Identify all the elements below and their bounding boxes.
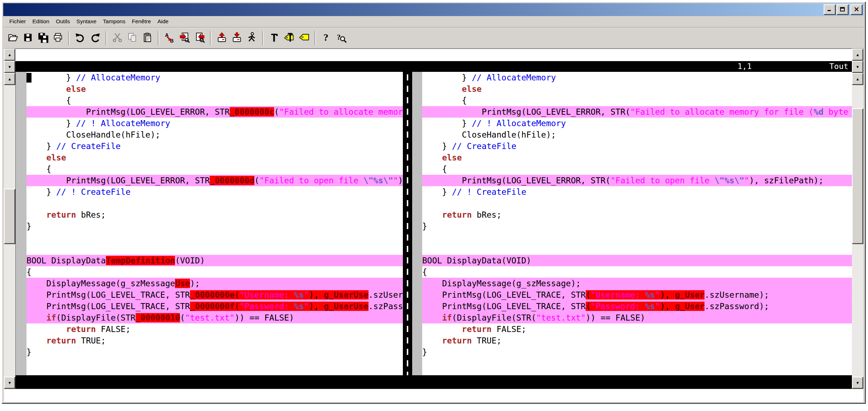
right-scrollbar[interactable]: ▲ ▼ ▲ ▼ (852, 49, 863, 389)
code-segment: "Password: (239, 302, 294, 311)
code-line: } (26, 346, 403, 358)
maximize-button[interactable] (837, 4, 849, 15)
buffer-tabline[interactable]: [1:display.cpp]*[2:_display.cpp]* (15, 49, 852, 61)
window-separator[interactable] (403, 72, 412, 375)
save-session-button[interactable] (229, 31, 244, 46)
titlebar[interactable] (3, 3, 864, 16)
code-segment: if (442, 313, 452, 322)
paste-button[interactable] (140, 31, 155, 46)
printer-icon (53, 32, 63, 44)
scrollbar-thumb[interactable] (4, 189, 15, 244)
code-segment: BOOL DisplayData (26, 256, 106, 265)
find-next-button[interactable] (177, 31, 192, 46)
menu-syntaxe[interactable]: Syntaxe (73, 17, 100, 26)
scroll-down-icon[interactable]: ▼ (852, 377, 863, 389)
print-button[interactable] (50, 31, 65, 46)
jump-to-tag-button[interactable] (297, 31, 312, 46)
code-segment (422, 153, 442, 162)
code-segment: return (46, 210, 76, 219)
redo-button[interactable] (88, 31, 103, 46)
code-segment: else (462, 84, 482, 94)
minimize-button[interactable] (824, 4, 836, 15)
code-segment: .szPassword); (704, 302, 769, 311)
code-line: if(DisplayFile(STR("test.txt")) == FALSE… (422, 312, 852, 323)
menu-outils[interactable]: Outils (53, 17, 73, 26)
code-line: CloseHandle(hFile); (422, 129, 852, 140)
svg-text:?: ? (337, 33, 341, 41)
code-line (26, 198, 403, 209)
scroll-down-icon[interactable]: ▼ (4, 377, 15, 389)
left-scrollbar[interactable]: ▲ ▼ ▲ ▼ (4, 49, 15, 389)
code-line: PrintMsg(LOG_LEVEL_ERROR, STR_0000000d("… (26, 175, 403, 186)
scroll-down-icon[interactable]: ▼ (4, 61, 15, 73)
code-segment: else (46, 153, 66, 162)
find-previous-button[interactable] (192, 31, 207, 46)
build-tags-button[interactable] (282, 31, 297, 46)
right-code-pane[interactable]: } // AllocateMemory else { PrintMsg(LOG_… (422, 72, 852, 375)
code-segment: BOOL DisplayData(VOID) (422, 256, 531, 265)
code-segment: { (422, 96, 467, 105)
scrollbar-track[interactable] (852, 85, 863, 377)
scrollbar-thumb[interactable] (852, 108, 863, 244)
undo-button[interactable] (73, 31, 88, 46)
code-segment: PrintMsg(LOG_LEVEL_ERROR, STR (26, 176, 210, 185)
maximize-icon (840, 6, 845, 13)
gvim-window: FichierEditionOutilsSyntaxeTamponsFenêtr… (1, 1, 866, 404)
code-line: return bRes; (422, 209, 852, 221)
code-segment: )) == FALSE) (235, 313, 294, 322)
menu-edition[interactable]: Edition (29, 17, 53, 26)
code-segment: ), (309, 302, 324, 311)
left-code-pane[interactable]: } // AllocateMemory else { PrintMsg(LOG_… (26, 72, 403, 375)
scroll-down-icon[interactable]: ▼ (852, 61, 863, 73)
code-line: PrintMsg(LOG_LEVEL_TRACE, STR_0000000e("… (26, 289, 403, 301)
code-segment: ) (398, 176, 403, 185)
code-segment: "Failed to allocate memor (279, 107, 403, 117)
toolbar-separator (68, 31, 70, 45)
code-segment: PrintMsg(LOG_LEVEL_ERROR, STR (26, 107, 230, 117)
code-line: else (26, 83, 403, 95)
minimize-icon (827, 6, 832, 13)
menu-tampons[interactable]: Tampons (100, 17, 129, 26)
scroll-position-label: Tout (829, 61, 848, 72)
find-help-button[interactable]: ? (334, 31, 349, 46)
hammer-icon (269, 32, 279, 44)
code-segment: // CreateFile (452, 142, 516, 151)
menu-aide[interactable]: Aide (154, 17, 172, 26)
copy-button[interactable] (125, 31, 140, 46)
code-segment (422, 210, 442, 219)
make-button[interactable] (267, 31, 282, 46)
code-segment (26, 84, 66, 94)
find-replace-button[interactable]: AB (162, 31, 177, 46)
scrollbar-track[interactable] (4, 85, 15, 377)
run-script-button[interactable] (244, 31, 259, 46)
code-segment: "Username: (591, 290, 645, 299)
code-line: } // CreateFile (26, 140, 403, 152)
code-segment: ), szFilePath); (749, 176, 824, 185)
cut-button[interactable] (110, 31, 125, 46)
scroll-up-icon[interactable]: ▲ (852, 73, 863, 85)
scroll-up-icon[interactable]: ▲ (4, 73, 15, 85)
load-session-button[interactable] (214, 31, 229, 46)
scroll-up-icon[interactable]: ▲ (852, 49, 863, 61)
menu-fentre[interactable]: Fenêtre (128, 17, 154, 26)
close-button[interactable] (850, 4, 863, 15)
scroll-up-icon[interactable]: ▲ (4, 49, 15, 61)
help-button[interactable]: ? (319, 31, 334, 46)
code-segment: _0000000f( (190, 302, 239, 311)
code-segment: _0000000d (210, 176, 254, 185)
code-line: PrintMsg(LOG_LEVEL_ERROR, STR("Failed to… (422, 106, 852, 118)
save-file-button[interactable] (20, 31, 35, 46)
code-segment: ), (660, 290, 675, 299)
save-all-button[interactable] (35, 31, 50, 46)
code-segment: } (422, 119, 472, 128)
code-segment: } (26, 222, 31, 231)
code-segment: if (46, 313, 56, 322)
ruler-position: 1,1 (737, 61, 752, 72)
open-file-button[interactable] (5, 31, 20, 46)
code-segment: _0000000c (230, 107, 274, 117)
menu-fichier[interactable]: Fichier (6, 17, 29, 26)
code-segment: PrintMsg(LOG_LEVEL_ERROR, STR( (422, 176, 610, 185)
code-segment (26, 336, 46, 345)
code-segment (422, 84, 462, 94)
command-line[interactable] (4, 389, 863, 402)
